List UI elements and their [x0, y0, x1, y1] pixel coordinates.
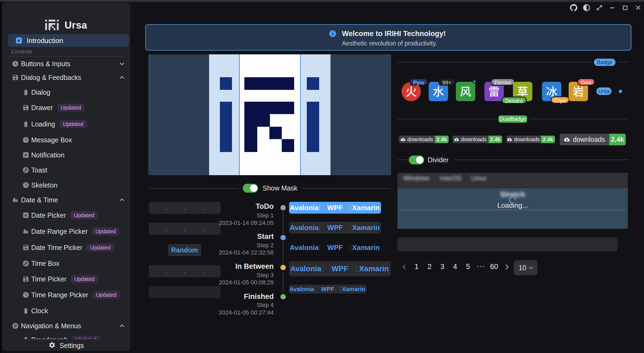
- sidebar-item-label: Date Picker: [31, 211, 66, 219]
- page-size-select[interactable]: 10: [514, 260, 537, 275]
- sidebar-item-skeleton[interactable]: Skeleton: [2, 179, 130, 191]
- sidebar-item-content: Skeleton: [31, 179, 57, 191]
- sidebar-item-dialog[interactable]: Dialog: [2, 86, 130, 98]
- tab-macos[interactable]: macOS: [435, 174, 466, 182]
- badge-avatar[interactable]: Dendro: [513, 82, 532, 101]
- button-group-option[interactable]: Avalonia: [289, 222, 319, 234]
- sidebar-item-content: Time Range PickerUpdated: [31, 289, 120, 301]
- button-group-option[interactable]: Xamarin: [351, 242, 381, 253]
- pagination-ellipsis[interactable]: •••: [474, 261, 488, 272]
- app-logo: [45, 20, 59, 31]
- pagination-page-4[interactable]: 4: [449, 261, 462, 272]
- sidebar-item-label: Date & Time: [21, 196, 58, 204]
- date-separator: .: [184, 228, 186, 230]
- sidebar-item-date-range-picker[interactable]: Date Range PickerUpdated: [2, 225, 130, 237]
- sidebar-item-label: Navigation & Menus: [21, 322, 81, 330]
- fullscreen-button[interactable]: [595, 4, 603, 12]
- sidebar-item-buttons-inputs[interactable]: Buttons & Inputs: [2, 58, 130, 70]
- timeline-title: Finished: [188, 292, 274, 301]
- sidebar-item-navigation-menus[interactable]: Navigation & Menus: [2, 320, 130, 332]
- sidebar-divider: [8, 56, 124, 57]
- pagination-page-5[interactable]: 5: [462, 261, 474, 272]
- badge-avatar[interactable]: Cryo: [542, 82, 561, 101]
- banner-title: Welcome to IRIHI Technology!: [342, 30, 448, 38]
- maximize-button[interactable]: [621, 4, 629, 12]
- dual-badge-downloads[interactable]: downloads 2.4k: [452, 136, 502, 143]
- sidebar-item-message-box[interactable]: Message Box: [2, 134, 130, 146]
- github-button[interactable]: [569, 4, 578, 12]
- pagination-page-1[interactable]: 1: [410, 261, 423, 272]
- dual-badge-key-label: downloads: [514, 136, 540, 143]
- theme-toggle-button[interactable]: [582, 4, 590, 12]
- button-group-option[interactable]: WPF: [320, 202, 350, 214]
- sidebar-item-content: Dialog & Feedbacks: [21, 72, 81, 83]
- button-group-option[interactable]: Xamarin: [341, 285, 366, 294]
- sidebar-item-content: Time Box: [31, 257, 59, 269]
- updated-badge: Updated: [57, 104, 85, 112]
- sidebar-item-label: Introduction: [27, 37, 63, 45]
- date-separator: .: [166, 228, 167, 230]
- pagination-page-2[interactable]: 2: [423, 261, 436, 272]
- button-group-option[interactable]: Avalonia: [289, 242, 319, 253]
- sidebar-item-label: Time Box: [31, 260, 59, 267]
- timeline-time: 2024-01-04 22:32:58: [188, 249, 274, 256]
- sidebar-item-loading[interactable]: LoadingUpdated: [2, 118, 130, 130]
- badge-avatar[interactable]: 99+: [429, 82, 448, 101]
- pagination-page-3[interactable]: 3: [436, 261, 449, 272]
- banner-subtitle: Aesthetic revolution of productivity.: [342, 40, 448, 47]
- close-button[interactable]: [634, 4, 642, 12]
- show-mask-label: Show Mask: [263, 184, 297, 192]
- sidebar-item-drawer[interactable]: DrawerUpdated: [2, 102, 130, 114]
- button-group-option[interactable]: WPF: [315, 285, 340, 294]
- sidebar-item-time-box[interactable]: Time Box: [2, 257, 130, 269]
- sidebar-item-notification[interactable]: Notification: [2, 149, 130, 161]
- button-group-option[interactable]: Xamarin: [351, 222, 381, 234]
- divider-toggle[interactable]: [409, 156, 424, 164]
- text-input[interactable]: [397, 238, 618, 252]
- banner-content: Welcome to IRIHI Technology! Aesthetic r…: [146, 25, 631, 50]
- badge-avatar[interactable]: Electro: [484, 82, 504, 101]
- button-group-option[interactable]: Xamarin: [357, 261, 391, 276]
- sidebar-item-clock[interactable]: Clock: [2, 305, 130, 317]
- sidebar-item-time-picker[interactable]: Time PickerUpdated: [2, 273, 130, 285]
- pagination-next-button[interactable]: [504, 263, 511, 270]
- button-group-option[interactable]: Avalonia: [289, 285, 314, 294]
- sidebar-item-date-time-picker[interactable]: Date Time PickerUpdated: [2, 242, 130, 253]
- sidebar-item-introduction[interactable]: Introduction: [8, 34, 129, 47]
- sidebar-item-dialog-feedbacks[interactable]: Dialog & Feedbacks: [2, 72, 130, 83]
- arrow-square-icon: [15, 37, 23, 45]
- button-group-option[interactable]: Xamarin: [351, 202, 381, 214]
- button-group-option[interactable]: WPF: [320, 242, 350, 253]
- dual-badge-downloads[interactable]: downloads 2.4k: [399, 136, 449, 143]
- avatar-glyph: [406, 86, 417, 97]
- sidebar-item-toast[interactable]: Toast: [2, 164, 130, 176]
- minimize-button[interactable]: [608, 4, 616, 12]
- badge-avatar[interactable]: Geo: [569, 82, 588, 101]
- tab-windows[interactable]: Windows: [403, 174, 434, 182]
- sidebar-item-date-picker[interactable]: Date PickerUpdated: [2, 209, 130, 221]
- cloud-download-icon: [454, 137, 459, 142]
- pagination-page-last[interactable]: 60: [488, 261, 501, 272]
- dual-badge-value: 2.4k: [435, 136, 449, 143]
- updated-badge: Updated: [92, 227, 119, 235]
- tab-linux[interactable]: Linux: [466, 174, 491, 182]
- settings-button[interactable]: Settings: [2, 339, 130, 351]
- button-group-option[interactable]: Avalonia: [289, 261, 323, 276]
- dual-badge-downloads[interactable]: downloads 2.4k: [560, 134, 626, 145]
- show-mask-toggle[interactable]: [243, 184, 258, 193]
- badge-avatar[interactable]: [456, 82, 475, 101]
- loading-tabs-row: Windows macOS Linux: [397, 173, 628, 188]
- dual-badge-downloads[interactable]: downloads 2.4k: [506, 136, 555, 143]
- sidebar-item-content: Time PickerUpdated: [31, 273, 98, 285]
- badge-label: Pyro: [409, 78, 428, 86]
- pagination-prev-button[interactable]: [401, 263, 408, 270]
- timeline-connector: [283, 242, 283, 263]
- floppy-icon: [12, 74, 19, 81]
- sidebar-item-time-range-picker[interactable]: Time Range PickerUpdated: [2, 289, 130, 301]
- button-group-option[interactable]: WPF: [323, 261, 357, 276]
- button-group-option[interactable]: WPF: [320, 222, 350, 234]
- logo-pixel-block: [220, 77, 232, 90]
- sidebar-item-date-time[interactable]: Date & Time: [2, 194, 130, 206]
- button-group-option[interactable]: Avalonia: [289, 202, 319, 214]
- badge-avatar[interactable]: Pyro: [402, 82, 421, 101]
